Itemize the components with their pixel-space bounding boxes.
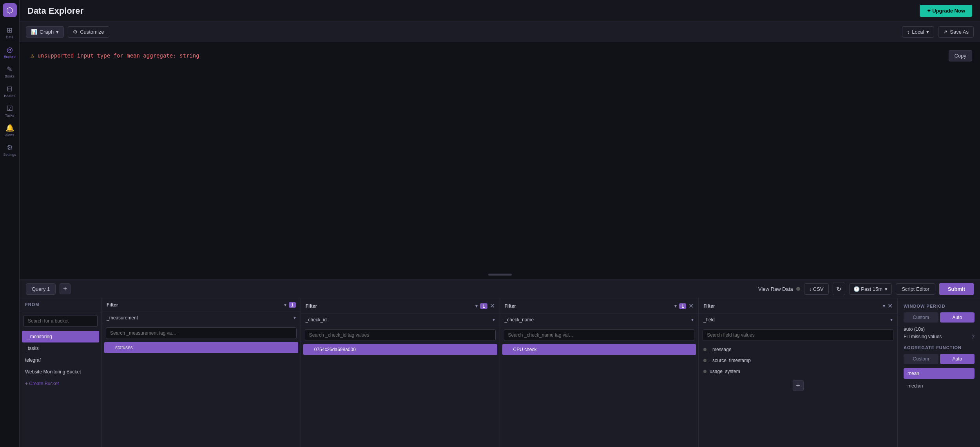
timezone-dropdown[interactable]: ↕ Local ▾: [902, 26, 935, 38]
filter4-search-input[interactable]: [703, 329, 893, 341]
agg-function-list: mean median: [904, 368, 975, 391]
tag-dot-2: [308, 348, 311, 351]
data-icon: ⊞: [7, 26, 13, 34]
scroll-indicator: [488, 274, 512, 276]
window-auto-option[interactable]: Auto: [940, 312, 975, 323]
filter2-search-input[interactable]: [305, 329, 496, 341]
app-logo[interactable]: ⬡: [3, 3, 17, 17]
tag-dot-1: [109, 346, 112, 349]
customize-button[interactable]: ⚙ Customize: [68, 26, 109, 38]
books-icon: ✎: [7, 65, 13, 74]
view-raw-data-toggle[interactable]: View Raw Data: [758, 286, 800, 292]
chart-area: ⚠ unsupported input type for mean aggreg…: [20, 42, 980, 279]
save-icon: ↗: [943, 29, 947, 35]
sidebar-item-boards[interactable]: ⊟ Boards: [0, 81, 19, 101]
tasks-icon: ☑: [7, 104, 13, 113]
filter2-close-icon[interactable]: ✕: [490, 302, 495, 310]
from-header: FROM: [20, 298, 101, 311]
agg-item-median[interactable]: median: [904, 380, 975, 391]
agg-item-mean[interactable]: mean: [904, 368, 975, 379]
chevron-icon-field4: ▾: [890, 317, 893, 323]
filter4-close-icon[interactable]: ✕: [888, 302, 893, 310]
page-title: Data Explorer: [27, 6, 915, 16]
warning-icon: ⚠: [31, 52, 34, 59]
filter3-close-icon[interactable]: ✕: [688, 302, 694, 310]
copy-button[interactable]: Copy: [949, 50, 972, 61]
add-query-button[interactable]: +: [60, 283, 71, 294]
filter3-field-row: _check_name ▾: [500, 314, 699, 326]
window-custom-option[interactable]: Custom: [904, 312, 938, 323]
script-editor-button[interactable]: Script Editor: [896, 283, 935, 295]
filter4-header: Filter ▾ ✕: [699, 298, 897, 314]
query-tab[interactable]: Query 1: [26, 283, 56, 295]
sidebar-item-settings[interactable]: ⚙ Settings: [0, 140, 19, 160]
filter-panel-1: Filter ▾ 1 _measurement ▾ statuses: [102, 298, 301, 447]
viz-bar: 📊 Graph ▾ ⚙ Customize ↕ Local ▾ ↗ Save A…: [20, 22, 980, 42]
agg-custom-option[interactable]: Custom: [904, 354, 938, 364]
filter4-field-row: _field ▾: [699, 314, 897, 326]
filter3-search-input[interactable]: [504, 329, 695, 341]
submit-button[interactable]: Submit: [939, 283, 974, 295]
refresh-button[interactable]: ↻: [833, 283, 845, 295]
filter2-field-row: _check_id ▾: [301, 314, 500, 326]
help-icon[interactable]: ?: [971, 333, 975, 340]
sidebar-item-data[interactable]: ⊞ Data: [0, 23, 19, 42]
from-panel: FROM _monitoring _tasks telegraf Website…: [20, 298, 102, 447]
filter1-tag-statuses[interactable]: statuses: [104, 342, 298, 353]
right-panel: WINDOW PERIOD Custom Auto auto (10s) Fil…: [898, 298, 980, 447]
chevron-down-icon-f4: ▾: [883, 303, 885, 309]
boards-icon: ⊟: [7, 85, 13, 93]
raw-data-indicator: [796, 287, 800, 291]
agg-function-toggle: Custom Auto: [904, 354, 975, 364]
settings-icon: ⚙: [7, 143, 13, 152]
filter4-tag-usage-system[interactable]: usage_system: [699, 366, 897, 377]
filter2-badge: 1: [480, 303, 487, 309]
agg-auto-option[interactable]: Auto: [940, 354, 975, 364]
graph-label: Graph: [40, 29, 54, 35]
chevron-down-icon: ▾: [56, 29, 59, 35]
explore-icon: ◎: [7, 45, 13, 54]
chevron-icon-field1: ▾: [293, 315, 296, 321]
window-auto-value: auto (10s): [904, 326, 975, 332]
filter1-search-input[interactable]: [106, 327, 297, 339]
tag-dot-3: [507, 348, 510, 351]
filter3-tag-cpucheck[interactable]: CPU check: [502, 344, 696, 355]
csv-button[interactable]: ↓ CSV: [804, 283, 829, 295]
filter-panel-4: Filter ▾ ✕ _field ▾ _message _source_tim…: [699, 298, 898, 447]
left-navigation: ⬡ ⊞ Data ◎ Explore ✎ Books ⊟ Boards ☑ Ta…: [0, 0, 20, 447]
tag-dot-4b: [703, 359, 706, 362]
filter4-tag-message[interactable]: _message: [699, 344, 897, 355]
filter3-header: Filter ▾ 1 ✕: [500, 298, 699, 314]
upgrade-button[interactable]: ✦ Upgrade Now: [920, 5, 972, 17]
filter4-tag-source-timestamp[interactable]: _source_timestamp: [699, 355, 897, 366]
filter-panel-2: Filter ▾ 1 ✕ _check_id ▾ 0754c26da698a00…: [301, 298, 500, 447]
create-bucket-button[interactable]: + Create Bucket: [20, 378, 101, 389]
sidebar-item-books[interactable]: ✎ Books: [0, 62, 19, 81]
alerts-icon: 🔔: [5, 124, 14, 132]
sidebar-item-tasks[interactable]: ☑ Tasks: [0, 101, 19, 121]
gear-icon: ⚙: [73, 29, 78, 35]
time-range-dropdown[interactable]: 🕐 Past 15m ▾: [849, 283, 892, 295]
graph-icon: 📊: [31, 29, 37, 35]
sidebar-item-explore[interactable]: ◎ Explore: [0, 42, 19, 62]
sidebar-item-alerts[interactable]: 🔔 Alerts: [0, 121, 19, 140]
error-message: ⚠ unsupported input type for mean aggreg…: [31, 52, 199, 59]
filter1-header: Filter ▾ 1: [102, 298, 301, 312]
graph-type-dropdown[interactable]: 📊 Graph ▾: [26, 26, 64, 38]
filter2-tag-checkid[interactable]: 0754c26da698a000: [303, 344, 497, 355]
tag-dot-4a: [703, 348, 706, 351]
filter3-badge: 1: [679, 303, 686, 309]
add-filter-button[interactable]: +: [793, 380, 804, 391]
chevron-down-icon-f1: ▾: [284, 302, 286, 308]
bucket-item-tasks[interactable]: _tasks: [20, 342, 101, 354]
tag-dot-4c: [703, 370, 706, 373]
chevron-down-icon-f3: ▾: [674, 303, 677, 309]
bucket-item-website[interactable]: Website Monitoring Bucket: [20, 366, 101, 378]
save-as-button[interactable]: ↗ Save As: [938, 26, 974, 38]
agg-function-title: AGGREGATE FUNCTION: [904, 345, 975, 350]
chevron-icon-field3: ▾: [691, 317, 694, 323]
bucket-item-telegraf[interactable]: telegraf: [20, 354, 101, 366]
bucket-search-input[interactable]: [24, 315, 98, 327]
bucket-item-monitoring[interactable]: _monitoring: [22, 331, 99, 342]
filter1-badge: 1: [289, 302, 296, 308]
